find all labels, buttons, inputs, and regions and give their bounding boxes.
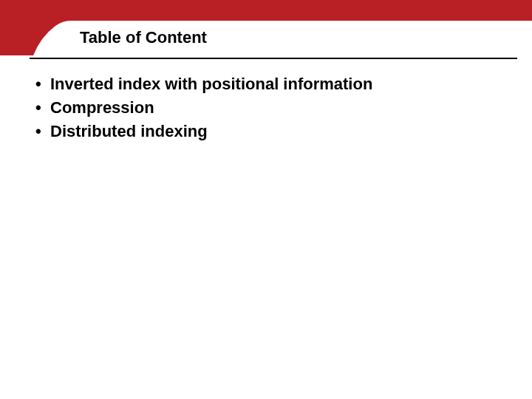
list-item: Inverted index with positional informati… bbox=[30, 72, 502, 96]
horizontal-divider bbox=[30, 58, 517, 59]
slide-title: Table of Content bbox=[80, 28, 207, 47]
bullet-list: Inverted index with positional informati… bbox=[30, 72, 502, 143]
list-item: Distributed indexing bbox=[30, 120, 502, 143]
content-area: Inverted index with positional informati… bbox=[30, 72, 502, 143]
top-accent-bar bbox=[0, 0, 532, 21]
corner-decoration bbox=[0, 0, 70, 55]
list-item: Compression bbox=[30, 96, 502, 120]
